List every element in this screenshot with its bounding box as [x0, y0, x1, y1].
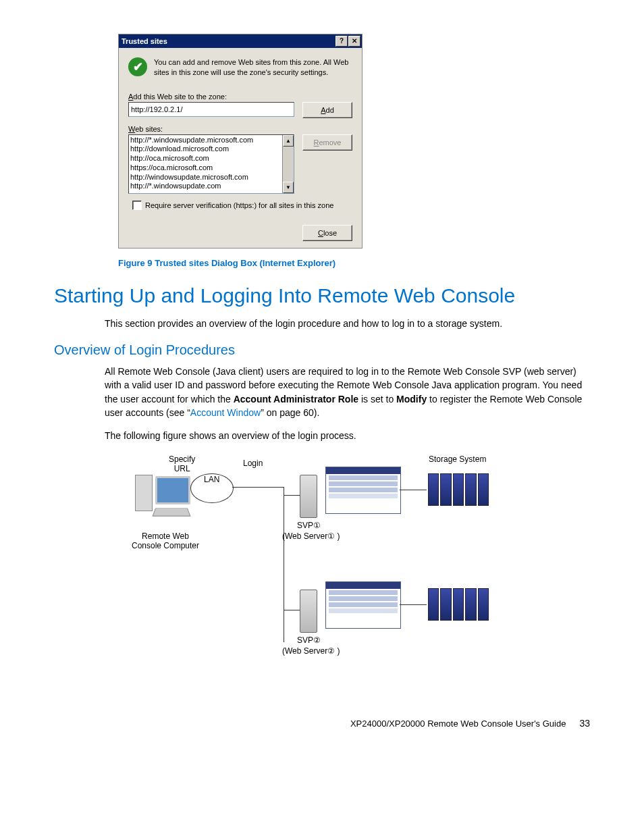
heading-1: Starting Up and Logging Into Remote Web … [54, 284, 590, 307]
list-item[interactable]: http://download.microsoft.com [130, 145, 281, 154]
info-row: ✔ You can add and remove Web sites from … [128, 57, 352, 78]
connector-line [400, 490, 427, 490]
specify-url-label: Specify URL [169, 454, 195, 473]
dialog-body: ✔ You can add and remove Web sites from … [119, 48, 362, 248]
web-server1-label: (Web Server① ) [282, 531, 340, 541]
screen-icon [325, 581, 401, 629]
login-label: Login [243, 459, 263, 468]
sites-listbox[interactable]: http://*.windowsupdate.microsoft.com htt… [128, 134, 294, 194]
remove-button[interactable]: Remove [302, 134, 352, 151]
close-icon[interactable]: ✕ [348, 36, 360, 47]
footer-title: XP24000/XP20000 Remote Web Console User'… [350, 719, 566, 729]
require-https-label: Require server verification (https:) for… [145, 201, 333, 209]
trusted-sites-dialog: Trusted sites ? ✕ ✔ You can add and remo… [118, 34, 363, 249]
list-item[interactable]: http://*.windowsupdate.com [130, 182, 281, 191]
web-server2-label: (Web Server② ) [282, 646, 340, 656]
connector-line [232, 487, 284, 488]
add-site-row: Add [128, 102, 352, 118]
add-button[interactable]: Add [302, 102, 352, 118]
list-item[interactable]: http://*.windowsupdate.microsoft.com [130, 136, 281, 145]
dialog-titlebar: Trusted sites ? ✕ [119, 34, 362, 48]
add-site-label: AAdd this Web site to the zone:dd this W… [128, 93, 352, 101]
sites-list-inner: http://*.windowsupdate.microsoft.com htt… [129, 135, 282, 193]
sites-row: http://*.windowsupdate.microsoft.com htt… [128, 134, 352, 194]
scroll-down-icon[interactable]: ▼ [283, 182, 294, 193]
svp2-label: SVP② [297, 635, 321, 645]
close-button[interactable]: Close [302, 225, 352, 241]
page-footer: XP24000/XP20000 Remote Web Console User'… [54, 718, 590, 729]
help-icon[interactable]: ? [336, 36, 348, 47]
login-overview-diagram: Specify URL Login Storage System Remote … [122, 454, 500, 677]
figure-caption: Figure 9 Trusted sites Dialog Box (Inter… [118, 258, 590, 268]
add-site-input[interactable] [128, 102, 294, 117]
connector-line [284, 495, 300, 496]
connector-line [284, 610, 300, 610]
list-item[interactable]: http://windowsupdate.microsoft.com [130, 173, 281, 182]
paragraph-1: All Remote Web Console (Java client) use… [105, 365, 590, 419]
screen-icon [325, 467, 401, 514]
remote-web-label: Remote Web Console Computer [128, 531, 203, 550]
close-row: Close [128, 225, 352, 241]
computer-icon [135, 475, 189, 529]
storage-icon [428, 473, 489, 506]
server-icon [300, 475, 317, 518]
account-window-link[interactable]: Account Window [190, 407, 261, 418]
intro-paragraph: This section provides an overview of the… [105, 317, 590, 330]
list-item[interactable]: http://oca.microsoft.com [130, 154, 281, 163]
web-sites-label: Web sites: [128, 125, 352, 133]
svp1-label: SVP① [297, 521, 321, 530]
list-item[interactable]: https://oca.microsoft.com [130, 163, 281, 173]
dialog-title: Trusted sites [122, 37, 167, 45]
require-https-row[interactable]: Require server verification (https:) for… [132, 201, 352, 210]
connector-line [284, 487, 284, 642]
titlebar-buttons: ? ✕ [336, 36, 360, 47]
connector-line [400, 604, 427, 605]
scrollbar[interactable]: ▲ ▼ [282, 135, 294, 193]
server-icon [300, 590, 317, 633]
info-text: You can add and remove Web sites from th… [154, 57, 352, 78]
checkmark-icon: ✔ [128, 57, 147, 76]
storage-icon [428, 588, 489, 621]
paragraph-2: The following figure shows an overview o… [105, 429, 590, 442]
checkbox-icon[interactable] [132, 201, 142, 210]
lan-label: LAN [204, 475, 219, 484]
storage-system-label: Storage System [429, 454, 486, 464]
heading-2: Overview of Login Procedures [54, 342, 590, 358]
page-number: 33 [579, 718, 590, 729]
scroll-up-icon[interactable]: ▲ [283, 135, 294, 147]
